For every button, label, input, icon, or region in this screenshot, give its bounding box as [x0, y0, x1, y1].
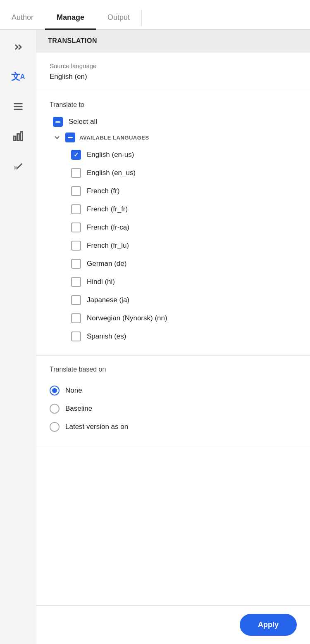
list-item[interactable]: English (en-us)	[71, 146, 297, 164]
language-label: Hindi (hi)	[87, 278, 115, 286]
list-item[interactable]: French (fr_lu)	[71, 237, 297, 255]
svg-rect-3	[14, 136, 16, 141]
footer: Apply	[36, 605, 310, 644]
spacer	[36, 446, 310, 605]
language-label: English (en-us)	[87, 151, 134, 159]
top-tabs: Author Manage Output	[0, 0, 310, 30]
radio-none[interactable]: None	[50, 381, 297, 400]
language-checkbox-hi[interactable]	[71, 277, 81, 287]
radio-label-latest-version: Latest version as on	[65, 423, 128, 431]
language-label: Norwegian (Nynorsk) (nn)	[87, 314, 167, 322]
list-item[interactable]: Spanish (es)	[71, 327, 297, 346]
source-language-value: English (en)	[50, 73, 297, 81]
list-item[interactable]: French (fr-ca)	[71, 218, 297, 237]
checkmark-x-icon[interactable]	[9, 157, 27, 175]
available-languages-header: AVAILABLE LANGUAGES	[50, 133, 297, 142]
radio-label-baseline: Baseline	[65, 405, 92, 413]
radio-latest-version[interactable]: Latest version as on	[50, 418, 297, 436]
language-checkbox-en-us2[interactable]	[71, 168, 81, 178]
radio-baseline[interactable]: Baseline	[50, 400, 297, 418]
language-checkbox-fr-lu[interactable]	[71, 241, 81, 251]
chevron-down-icon[interactable]	[53, 133, 61, 142]
select-all-label: Select all	[69, 118, 97, 126]
language-list: English (en-us) English (en_us) French (…	[50, 146, 297, 346]
select-all-checkbox[interactable]	[53, 117, 63, 127]
language-label: French (fr_lu)	[87, 242, 129, 250]
radio-button-baseline[interactable]	[50, 404, 60, 414]
section-title: TRANSLATION	[36, 30, 310, 52]
radio-inner-none	[52, 388, 57, 393]
apply-button[interactable]: Apply	[240, 614, 297, 636]
available-languages-checkbox[interactable]	[65, 133, 75, 142]
language-label: German (de)	[87, 260, 126, 268]
list-item[interactable]: Japanese (ja)	[71, 291, 297, 309]
translate-icon[interactable]: 文A	[9, 68, 27, 86]
tab-output[interactable]: Output	[96, 7, 141, 30]
lines-icon[interactable]	[9, 97, 27, 116]
translate-based-on-section: Translate based on None Baseline Latest …	[36, 356, 310, 446]
list-item[interactable]: German (de)	[71, 255, 297, 273]
list-item[interactable]: French (fr_fr)	[71, 200, 297, 218]
translate-to-label: Translate to	[50, 101, 297, 109]
svg-rect-4	[17, 134, 19, 140]
available-languages-label: AVAILABLE LANGUAGES	[79, 135, 149, 141]
language-checkbox-fr-ca[interactable]	[71, 223, 81, 232]
svg-rect-5	[20, 132, 22, 141]
language-label: Japanese (ja)	[87, 296, 129, 304]
tab-divider	[141, 9, 142, 26]
source-language-section: Source language English (en)	[36, 52, 310, 91]
content-area: TRANSLATION Source language English (en)…	[36, 30, 310, 644]
language-label: French (fr)	[87, 187, 119, 195]
language-checkbox-fr-fr[interactable]	[71, 204, 81, 214]
language-checkbox-ja[interactable]	[71, 295, 81, 305]
list-item[interactable]: Norwegian (Nynorsk) (nn)	[71, 309, 297, 327]
list-item[interactable]: Hindi (hi)	[71, 273, 297, 291]
main-layout: 文A TRANSLATION	[0, 30, 310, 644]
tab-author[interactable]: Author	[0, 7, 45, 30]
chart-icon[interactable]	[9, 127, 27, 145]
source-language-label: Source language	[50, 62, 297, 69]
radio-label-none: None	[65, 386, 82, 395]
language-checkbox-fr[interactable]	[71, 186, 81, 196]
language-checkbox-es[interactable]	[71, 331, 81, 341]
sidebar: 文A	[0, 30, 36, 644]
language-checkbox-en-us[interactable]	[71, 150, 81, 160]
translate-based-on-label: Translate based on	[50, 366, 297, 373]
translate-to-section: Translate to Select all AVAILABLE LANGUA…	[36, 91, 310, 356]
chevrons-right-icon[interactable]	[9, 38, 27, 56]
radio-button-none[interactable]	[50, 386, 60, 395]
select-all-row[interactable]: Select all	[50, 117, 297, 127]
language-label: French (fr_fr)	[87, 205, 128, 213]
tab-manage[interactable]: Manage	[45, 7, 96, 30]
language-label: French (fr-ca)	[87, 223, 129, 232]
list-item[interactable]: English (en_us)	[71, 164, 297, 182]
language-label: English (en_us)	[87, 169, 136, 177]
language-checkbox-nn[interactable]	[71, 313, 81, 323]
language-label: Spanish (es)	[87, 332, 126, 341]
radio-button-latest-version[interactable]	[50, 422, 60, 432]
language-checkbox-de[interactable]	[71, 259, 81, 269]
list-item[interactable]: French (fr)	[71, 182, 297, 200]
